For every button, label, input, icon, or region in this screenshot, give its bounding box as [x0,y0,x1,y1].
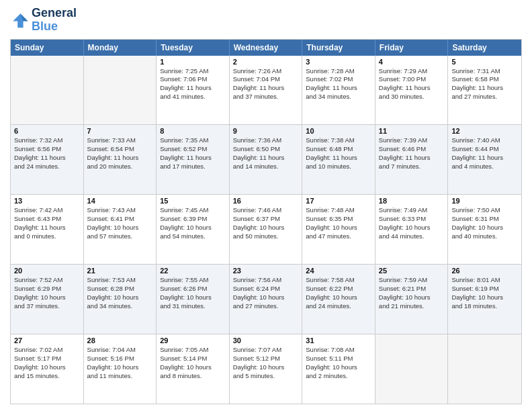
day-number: 5 [451,58,518,66]
cell-info-line: and 44 minutes. [379,232,445,241]
cell-info-line: and 57 minutes. [87,232,153,241]
cell-info-line: Sunrise: 7:32 AM [14,136,80,145]
cell-info-line: and 31 minutes. [160,302,226,311]
cell-info-line: Daylight: 10 hours [14,363,80,372]
cell-info-line: Sunset: 6:22 PM [306,285,371,293]
cell-info-line: Sunrise: 7:43 AM [87,206,153,215]
cell-info-line: and 11 minutes. [87,372,153,381]
cell-info-line: Daylight: 10 hours [14,293,80,302]
cell-info-line: Daylight: 10 hours [160,363,226,372]
cell-info-line: and 47 minutes. [306,232,371,241]
page: General Blue SundayMondayTuesdayWednesda… [0,0,532,411]
weekday-header-friday: Friday [375,40,449,56]
calendar-row: 20Sunrise: 7:52 AMSunset: 6:29 PMDayligh… [11,265,521,334]
day-number: 21 [87,267,153,275]
day-number: 9 [233,127,299,135]
cell-info-line: and 37 minutes. [233,93,299,101]
calendar-cell: 23Sunrise: 7:56 AMSunset: 6:24 PMDayligh… [230,265,303,334]
day-number: 19 [451,197,518,205]
cell-info-line: Sunset: 6:33 PM [379,215,445,224]
cell-info-line: Daylight: 10 hours [306,293,371,302]
calendar-cell: 26Sunrise: 8:01 AMSunset: 6:19 PMDayligh… [448,265,521,334]
cell-info-line: Daylight: 10 hours [87,224,153,232]
logo: General Blue [10,7,77,34]
day-number: 25 [379,267,445,275]
cell-info-line: Sunrise: 7:05 AM [160,346,226,355]
cell-info-line: Sunrise: 7:39 AM [379,136,445,145]
cell-info-line: Sunset: 6:50 PM [233,145,299,154]
cell-info-line: Sunset: 6:58 PM [451,75,518,84]
calendar-cell: 16Sunrise: 7:46 AMSunset: 6:37 PMDayligh… [230,195,303,264]
cell-info-line: Daylight: 10 hours [87,363,153,372]
day-number: 20 [14,267,80,275]
cell-info-line: Sunrise: 7:53 AM [87,276,153,285]
cell-info-line: and 27 minutes. [451,93,518,101]
cell-info-line: and 10 minutes. [306,163,371,171]
cell-info-line: and 40 minutes. [451,232,518,241]
calendar-cell: 13Sunrise: 7:42 AMSunset: 6:43 PMDayligh… [11,195,84,264]
cell-info-line: Sunrise: 7:26 AM [233,67,299,76]
calendar-cell: 1Sunrise: 7:25 AMSunset: 7:06 PMDaylight… [157,56,230,125]
cell-info-line: Daylight: 11 hours [233,84,299,93]
calendar-cell: 18Sunrise: 7:49 AMSunset: 6:33 PMDayligh… [375,195,449,264]
cell-info-line: and 34 minutes. [87,302,153,311]
day-number: 30 [233,336,299,345]
cell-info-line: Daylight: 11 hours [160,84,226,93]
calendar-cell: 2Sunrise: 7:26 AMSunset: 7:04 PMDaylight… [230,56,303,125]
cell-info-line: and 20 minutes. [87,163,153,171]
cell-info-line: Sunset: 6:44 PM [451,145,518,154]
calendar-cell: 4Sunrise: 7:29 AMSunset: 7:00 PMDaylight… [375,56,449,125]
cell-info-line: Daylight: 10 hours [160,224,226,232]
day-number: 8 [160,127,226,135]
cell-info-line: Daylight: 11 hours [379,84,445,93]
cell-info-line: Sunset: 7:00 PM [379,75,445,84]
day-number: 31 [306,336,371,345]
day-number: 22 [160,267,226,275]
calendar-row: 13Sunrise: 7:42 AMSunset: 6:43 PMDayligh… [11,195,521,265]
calendar-cell: 30Sunrise: 7:07 AMSunset: 5:12 PMDayligh… [230,334,303,404]
cell-info-line: Sunset: 6:52 PM [160,145,226,154]
calendar-body: 1Sunrise: 7:25 AMSunset: 7:06 PMDaylight… [11,56,521,404]
calendar-row: 1Sunrise: 7:25 AMSunset: 7:06 PMDaylight… [11,56,521,126]
cell-info-line: and 41 minutes. [160,93,226,101]
cell-info-line: and 30 minutes. [379,93,445,101]
calendar-cell: 19Sunrise: 7:50 AMSunset: 6:31 PMDayligh… [448,195,521,264]
calendar-row: 27Sunrise: 7:02 AMSunset: 5:17 PMDayligh… [11,334,521,404]
cell-info-line: Daylight: 10 hours [306,363,371,372]
cell-info-line: Daylight: 10 hours [160,293,226,302]
cell-info-line: Sunset: 6:28 PM [87,285,153,293]
cell-info-line: Sunset: 6:39 PM [160,215,226,224]
weekday-header-monday: Monday [84,40,157,56]
day-number: 15 [160,197,226,205]
cell-info-line: and 18 minutes. [451,302,518,311]
weekday-header-tuesday: Tuesday [157,40,230,56]
day-number: 10 [306,127,371,135]
cell-info-line: Daylight: 11 hours [160,154,226,163]
calendar-cell: 31Sunrise: 7:08 AMSunset: 5:11 PMDayligh… [302,334,375,404]
cell-info-line: Sunset: 6:46 PM [379,145,445,154]
day-number: 3 [306,58,371,66]
cell-info-line: Daylight: 11 hours [14,224,80,232]
calendar-cell [375,334,449,404]
cell-info-line: Daylight: 10 hours [451,224,518,232]
cell-info-line: Sunset: 6:21 PM [379,285,445,293]
cell-info-line: Daylight: 11 hours [451,84,518,93]
cell-info-line: and 21 minutes. [379,302,445,311]
cell-info-line: Sunrise: 7:29 AM [379,67,445,76]
cell-info-line: Sunset: 7:02 PM [306,75,371,84]
cell-info-line: Sunrise: 7:58 AM [306,276,371,285]
day-number: 13 [14,197,80,205]
cell-info-line: Sunset: 7:06 PM [160,75,226,84]
calendar-cell: 3Sunrise: 7:28 AMSunset: 7:02 PMDaylight… [302,56,375,125]
cell-info-line: Daylight: 11 hours [379,154,445,163]
cell-info-line: Sunrise: 7:46 AM [233,206,299,215]
calendar-row: 6Sunrise: 7:32 AMSunset: 6:56 PMDaylight… [11,125,521,195]
day-number: 29 [160,336,226,345]
cell-info-line: Sunrise: 7:56 AM [233,276,299,285]
cell-info-line: Sunrise: 7:40 AM [451,136,518,145]
day-number: 14 [87,197,153,205]
cell-info-line: Sunrise: 7:36 AM [233,136,299,145]
day-number: 28 [87,336,153,345]
cell-info-line: Sunrise: 7:02 AM [14,346,80,355]
cell-info-line: Daylight: 10 hours [87,293,153,302]
